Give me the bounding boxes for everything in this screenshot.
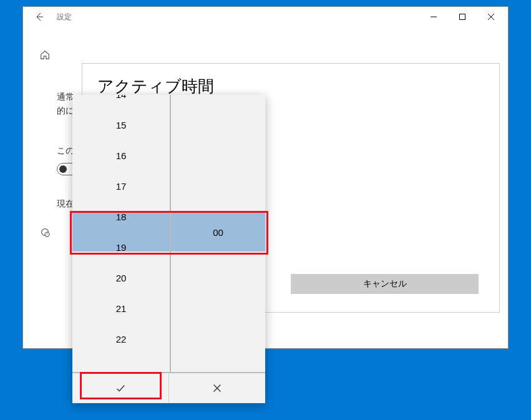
hour-option[interactable]: 16 [72, 140, 170, 171]
back-button[interactable] [26, 7, 53, 27]
confirm-button[interactable] [72, 373, 169, 403]
svg-rect-0 [460, 14, 465, 20]
body-text-4: 現在 [57, 198, 74, 210]
minute-column[interactable]: 00 [170, 95, 265, 372]
hour-option[interactable]: 15 [72, 110, 170, 140]
window-title: 設定 [57, 12, 72, 22]
hour-option[interactable]: 14 [72, 95, 170, 110]
close-button[interactable] [477, 7, 505, 27]
hour-option[interactable]: 21 [72, 293, 170, 324]
hour-option[interactable]: 17 [72, 171, 170, 202]
cancel-picker-button[interactable] [169, 373, 265, 403]
close-icon [212, 383, 223, 394]
minimize-button[interactable] [419, 7, 448, 27]
help-icon: ? [39, 227, 51, 240]
home-icon [39, 49, 51, 63]
maximize-button[interactable] [448, 7, 477, 27]
hour-option-selected[interactable]: 18 [72, 202, 170, 232]
hour-option[interactable]: 19 [72, 232, 170, 263]
hour-option[interactable]: 22 [72, 324, 170, 354]
minute-option-selected[interactable]: 00 [171, 217, 265, 248]
body-text-1: 通常 [57, 92, 74, 103]
time-picker: 14 15 16 17 18 19 20 21 22 00 [72, 95, 265, 403]
dialog-title: アクティブ時間 [97, 76, 214, 97]
hour-option[interactable]: 20 [72, 263, 170, 293]
body-text-2: 的に [57, 105, 74, 117]
titlebar: 設定 [23, 7, 508, 27]
hour-column[interactable]: 14 15 16 17 18 19 20 21 22 [72, 95, 170, 372]
check-icon [115, 383, 126, 394]
cancel-button[interactable]: キャンセル [291, 274, 479, 294]
